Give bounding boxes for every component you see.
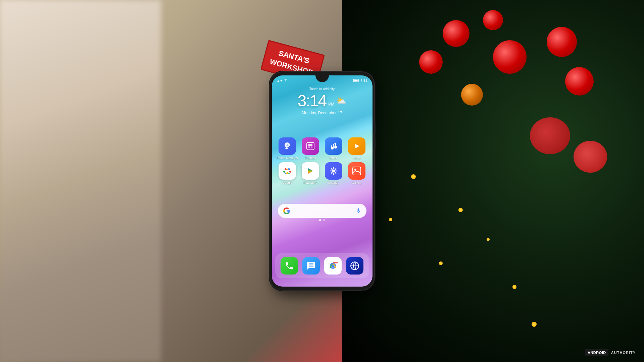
phone-manager-icon[interactable]: [279, 137, 296, 155]
app-item-themes[interactable]: Themes: [300, 137, 321, 160]
dock-messages-icon[interactable]: [302, 257, 320, 275]
xmas-light-2: [389, 218, 392, 221]
power-button[interactable]: [269, 132, 270, 149]
clock-period: PM: [328, 102, 334, 107]
phone-wrapper: ▲▼: [270, 72, 374, 290]
clock-time: 3:14: [298, 92, 326, 110]
wifi-icon: [284, 79, 288, 83]
svg-marker-6: [355, 144, 359, 148]
svg-point-15: [287, 169, 288, 170]
svg-rect-2: [354, 80, 358, 81]
phone-body: ▲▼: [270, 72, 374, 290]
volume-down-button[interactable]: [374, 137, 376, 149]
phone-screen: ▲▼: [272, 75, 373, 287]
google-search-bar[interactable]: [278, 204, 366, 218]
watermark-authority-text: AUTHORITY: [611, 351, 636, 355]
app-item-settings[interactable]: Settings: [323, 162, 345, 184]
watermark: ANDROID AUTHORITY: [585, 349, 636, 356]
themes-icon[interactable]: [302, 137, 319, 155]
svg-point-14: [288, 173, 290, 174]
app-item-play-store[interactable]: Play Store: [300, 162, 321, 184]
battery-icon: [353, 79, 359, 83]
app-grid: Phone Manager Themes: [272, 137, 373, 187]
bg-left-area: [0, 0, 161, 362]
dock-chrome-icon[interactable]: [324, 257, 342, 275]
svg-rect-1: [359, 80, 359, 81]
clock-date: Monday, December 17: [272, 111, 373, 115]
app-item-video[interactable]: Video: [346, 137, 368, 160]
app-item-music[interactable]: Music: [323, 137, 345, 160]
bottom-dock: [275, 253, 369, 278]
christmas-ball-3: [493, 40, 527, 74]
app-row-2: Google: [276, 162, 368, 184]
svg-rect-3: [307, 142, 314, 150]
xmas-light-10: [532, 322, 537, 327]
signal-icon: ▲▼: [277, 79, 283, 82]
music-label: Music: [330, 156, 338, 160]
clock-display: 3:14 PM ⛅: [272, 92, 373, 110]
svg-point-10: [283, 171, 285, 173]
app-row-1: Phone Manager Themes: [276, 137, 368, 160]
svg-point-8: [285, 168, 287, 170]
yarn-ball-2: [574, 141, 607, 173]
google-icon[interactable]: [279, 162, 296, 180]
page-dot-2: [323, 219, 325, 221]
dock-phone-icon[interactable]: [281, 257, 298, 275]
settings-icon[interactable]: [325, 162, 342, 180]
yarn-ball-1: [530, 117, 570, 154]
volume-up-button[interactable]: [374, 122, 376, 134]
touch-to-add-city[interactable]: Touch to add city: [272, 87, 373, 91]
dock-browser-icon[interactable]: [346, 257, 363, 275]
video-icon[interactable]: [348, 137, 365, 155]
page-indicator: [272, 219, 373, 221]
svg-point-9: [288, 168, 290, 170]
music-icon[interactable]: [325, 137, 342, 155]
weather-icon: ⛅: [336, 96, 346, 106]
status-bar-left: ▲▼: [277, 79, 288, 83]
status-bar-right: 3:14: [353, 79, 367, 83]
xmas-light-5: [439, 261, 443, 265]
themes-label: Themes: [305, 156, 316, 160]
play-store-label: Play Store: [303, 181, 317, 184]
status-time: 3:14: [360, 79, 367, 83]
video-label: Video: [353, 156, 361, 160]
gallery-label: Gallery: [352, 181, 362, 184]
christmas-ball-1: [443, 20, 469, 47]
svg-point-12: [289, 171, 291, 173]
app-item-phone-manager[interactable]: Phone Manager: [277, 137, 298, 160]
xmas-light-6: [458, 208, 463, 212]
christmas-ball-6: [565, 67, 594, 96]
svg-rect-18: [353, 167, 361, 175]
google-logo: [283, 207, 290, 215]
svg-point-11: [286, 172, 288, 174]
app-item-google[interactable]: Google: [277, 162, 298, 184]
christmas-ball-7: [461, 84, 483, 106]
xmas-light-7: [487, 238, 490, 241]
page-dot-1: [319, 219, 321, 221]
watermark-android-text: ANDROID: [585, 349, 608, 356]
christmas-ball-4: [547, 27, 577, 57]
xmas-light-3: [411, 174, 416, 179]
settings-label: Settings: [328, 181, 339, 184]
play-store-icon[interactable]: [302, 162, 319, 180]
google-label: Google: [282, 181, 292, 184]
christmas-ball-2: [483, 10, 503, 30]
phone-manager-label: Phone Manager: [277, 156, 298, 160]
app-item-gallery[interactable]: Gallery: [346, 162, 368, 184]
gallery-icon[interactable]: [348, 162, 365, 180]
christmas-ball-5: [419, 50, 443, 74]
svg-point-17: [332, 170, 335, 172]
xmas-light-8: [512, 285, 516, 289]
svg-point-13: [285, 173, 286, 174]
microphone-icon[interactable]: [355, 208, 361, 214]
weather-widget[interactable]: Touch to add city 3:14 PM ⛅ Monday, Dece…: [272, 87, 373, 115]
